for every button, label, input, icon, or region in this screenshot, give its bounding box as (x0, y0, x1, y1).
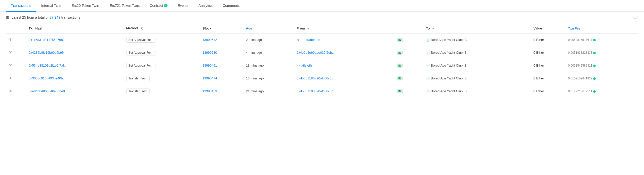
age-text: 21 mins ago (246, 89, 264, 93)
value-cell: 0 Ether (531, 72, 566, 85)
to-cell-inner: 📄Bored Ape Yacht Club: B... (426, 89, 529, 93)
from-addr-link[interactable]: 0xd5561180390afc66c3b... (297, 89, 336, 93)
txn-hash-link[interactable]: 0x1c5a31d3117552768f... (29, 38, 66, 42)
tab-erc20-token-txns[interactable]: Erc20 Token Txns (66, 0, 105, 12)
summary-prefix: Latest 25 from a total of (12, 15, 50, 19)
tab-internal-txns[interactable]: Internal Txns (36, 0, 67, 12)
to-address: Bored Ape Yacht Club: B... (431, 64, 469, 67)
col-txn-fee: Txn Fee (566, 23, 638, 34)
contract-icon: 📄 (426, 51, 430, 54)
eye-icon[interactable]: 👁 (9, 50, 13, 55)
eye-icon[interactable]: 👁 (9, 38, 13, 42)
contract-icon: 📄 (426, 38, 430, 42)
method-cell: Transfer From (124, 85, 200, 98)
eye-icon[interactable]: 👁 (9, 76, 13, 80)
col-method: Method i (124, 23, 200, 34)
fee-cell: 0.0054816517617 (566, 33, 638, 46)
block-cell: 13990453 (200, 85, 244, 98)
txn-hash-link[interactable]: 0xe8db84803046e83be0... (29, 89, 68, 93)
contract-icon: 📄 (426, 90, 430, 93)
in-badge: IN (397, 76, 403, 80)
value-cell: 0 Ether (531, 85, 566, 98)
tab-comments[interactable]: Comments (218, 0, 245, 12)
from-ens-link[interactable]: tatis.eth (300, 64, 312, 67)
filter-icon: ⊟ (6, 15, 9, 19)
method-badge: Set Approval For... (126, 37, 156, 43)
to-address: Bored Ape Yacht Club: B... (431, 76, 469, 80)
block-link[interactable]: 13990491 (203, 64, 217, 67)
block-link[interactable]: 13990542 (203, 38, 217, 42)
fee-text: 0.0058542582311 (568, 64, 592, 67)
transaction-count-link[interactable]: 27,949 (50, 15, 60, 19)
contract-icon: 📄 (426, 64, 430, 67)
direction-cell: IN (393, 72, 424, 85)
fee-cell: 0.0142210672511 (566, 85, 638, 98)
eye-cell: 👁 (6, 33, 26, 46)
value-cell: 0 Ether (531, 46, 566, 59)
block-link[interactable]: 13990530 (203, 51, 217, 54)
block-cell: 13990542 (200, 33, 244, 46)
txn-hash-link[interactable]: 0x30d0c016d493b240bc... (29, 76, 67, 80)
method-badge: Set Approval For... (126, 63, 156, 68)
to-address: Bored Ape Yacht Club: B... (431, 89, 469, 93)
txn-hash-link[interactable]: 0x4285b9fc19b69d6b9f4... (29, 51, 67, 54)
header-row: Txn Hash Method i Block Age From ▼ To ▼ … (6, 23, 638, 34)
eye-cell: 👁 (6, 85, 26, 98)
three-dots-button[interactable] (633, 16, 638, 19)
value-text: 0 Ether (534, 51, 544, 54)
summary-text: ⊟ Latest 25 from a total of 27,949 trans… (6, 15, 80, 19)
value-text: 0 Ether (534, 76, 544, 80)
in-badge: IN (397, 51, 403, 55)
txn-hash-cell: 0x1c5a31d3117552768f... (26, 33, 124, 46)
col-direction (393, 23, 424, 34)
to-cell: 📄Bored Ape Yacht Club: B... (424, 46, 531, 59)
tab-erc721-token-txns[interactable]: Erc721 Token Txns (105, 0, 145, 12)
block-cell: 13990474 (200, 72, 244, 85)
from-cell: <>*nft-trader.eth (294, 33, 393, 46)
age-cell: 2 mins ago (244, 33, 294, 46)
value-text: 0 Ether (534, 38, 544, 42)
txn-hash-cell: 0x534e88101d2f1e5f7af... (26, 59, 124, 72)
table-body: 👁0x1c5a31d3117552768f...Set Approval For… (6, 33, 638, 98)
method-cell: Set Approval For... (124, 33, 200, 46)
tab-contract[interactable]: Contract (145, 0, 173, 12)
direction-cell: IN (393, 33, 424, 46)
gas-icon (593, 52, 596, 54)
eye-icon[interactable]: 👁 (9, 63, 13, 68)
from-ens-link[interactable]: *nft-trader.eth (300, 38, 320, 42)
summary-bar: ⊟ Latest 25 from a total of 27,949 trans… (0, 12, 644, 23)
table-header: Txn Hash Method i Block Age From ▼ To ▼ … (6, 23, 638, 34)
from-addr-link[interactable]: 0x4e0e4eb0abe039f6eb... (297, 51, 335, 54)
eye-icon[interactable]: 👁 (9, 89, 13, 93)
fee-text: 0.0102152841822 (568, 77, 592, 80)
tab-analytics[interactable]: Analytics (193, 0, 218, 12)
value-text: 0 Ether (534, 89, 544, 93)
col-eye (6, 23, 26, 34)
block-link[interactable]: 13990474 (203, 76, 217, 80)
from-cell: 0xd5561180390afc66c3b... (294, 85, 393, 98)
from-cell: <>tatis.eth (294, 59, 393, 72)
from-cell: 0xd5561180390afc66c3b... (294, 72, 393, 85)
method-cell: Transfer From (124, 72, 200, 85)
col-value: Value (531, 23, 566, 34)
from-cell: 0x4e0e4eb0abe039f6eb... (294, 46, 393, 59)
fee-cell: 0.0058542582311 (566, 59, 638, 72)
block-link[interactable]: 13990453 (203, 89, 217, 93)
eye-cell: 👁 (6, 59, 26, 72)
age-cell: 4 mins ago (244, 46, 294, 59)
tab-transactions[interactable]: Transactions (6, 0, 36, 12)
to-cell-inner: 📄Bored Ape Yacht Club: B... (426, 51, 529, 54)
from-filter-icon[interactable]: ▼ (307, 27, 309, 30)
tab-events[interactable]: Events (173, 0, 193, 12)
direction-cell: IN (393, 85, 424, 98)
transactions-table: Txn Hash Method i Block Age From ▼ To ▼ … (6, 23, 638, 98)
to-filter-icon[interactable]: ▼ (432, 27, 434, 30)
col-block: Block (200, 23, 244, 34)
value-cell: 0 Ether (531, 59, 566, 72)
value-cell: 0 Ether (531, 33, 566, 46)
from-addr-link[interactable]: 0xd5561180390afc66c3b... (297, 76, 336, 80)
to-cell-inner: 📄Bored Ape Yacht Club: B... (426, 64, 529, 67)
txn-hash-link[interactable]: 0x534e88101d2f1e5f7af... (29, 64, 67, 67)
method-info-icon[interactable]: i (140, 27, 143, 30)
value-text: 0 Ether (534, 64, 544, 67)
